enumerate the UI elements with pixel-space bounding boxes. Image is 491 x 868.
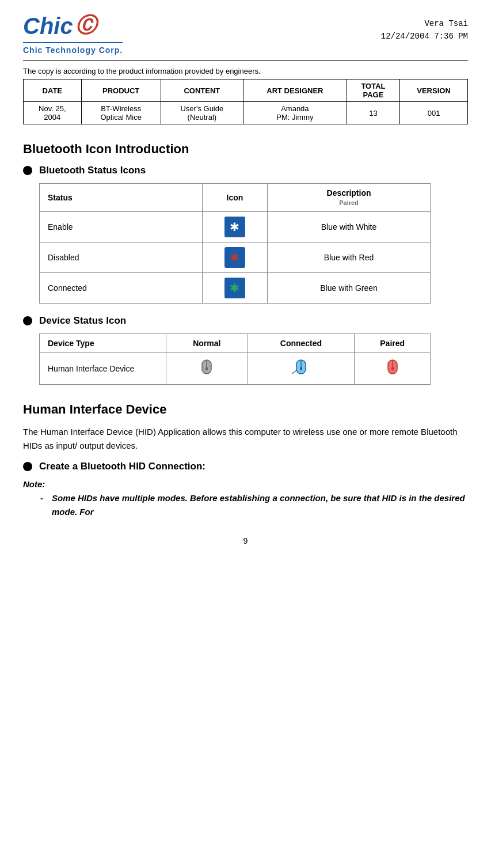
doc-table: DATE PRODUCT CONTENT ART DESIGNER TOTALP… (23, 79, 468, 124)
bt-row-disabled: Disabled ✱ Blue with Red (40, 242, 431, 273)
bt-row-connected: Connected ✱ Blue with Green (40, 273, 431, 304)
cell-total-page: 13 (347, 102, 399, 124)
dev-col-paired: Paired (355, 334, 431, 353)
bt-status-table: Status Icon DescriptionPaired Enable ✱ B… (39, 183, 431, 304)
bt-icon-red: ✱ (224, 247, 245, 268)
section1-title: Bluetooth Icon Introduction (23, 142, 468, 157)
bt-status-connected: Connected (40, 273, 203, 304)
bt-desc-enable: Blue with White (268, 212, 431, 242)
note-list: Some HIDs have multiple modes. Before es… (23, 491, 468, 519)
device-status-label: Device Status Icon (39, 315, 126, 327)
col-total-page: TOTALPAGE (347, 79, 399, 102)
logo-chic-text: Chic (23, 14, 73, 37)
cell-product: BT-WirelessOptical Mice (81, 102, 161, 124)
dev-icon-connected (248, 353, 355, 385)
section2-title: Human Interface Device (23, 402, 468, 417)
section2-body: The Human Interface Device (HID) Applica… (23, 425, 468, 453)
create-connection-label: Create a Bluetooth HID Connection: (39, 461, 205, 472)
svg-line-6 (292, 370, 296, 374)
bullet-dot-1 (23, 166, 32, 175)
note-item-1: Some HIDs have multiple modes. Before es… (40, 491, 468, 519)
header: Chic Ⓒ Chic Technology Corp. Vera Tsai 1… (23, 12, 468, 55)
svg-point-5 (300, 367, 302, 370)
bt-col-desc: DescriptionPaired (268, 184, 431, 212)
logo-subtitle: Chic Technology Corp. (23, 46, 123, 55)
mouse-connected-svg (292, 358, 310, 376)
svg-point-9 (391, 367, 394, 370)
dev-type-hid: Human Interface Device (40, 353, 166, 385)
svg-point-2 (205, 367, 208, 370)
cell-date: Nov. 25,2004 (24, 102, 82, 124)
bt-icon-green: ✱ (224, 278, 245, 298)
bt-desc-disabled: Blue with Red (268, 242, 431, 273)
hid-paired-icon (383, 365, 402, 379)
bt-col-status: Status (40, 184, 203, 212)
col-version: VERSION (400, 79, 468, 102)
dev-icon-normal (166, 353, 248, 385)
bt-icon-enable: ✱ (202, 212, 267, 242)
bt-row-enable: Enable ✱ Blue with White (40, 212, 431, 242)
hid-connected-icon (292, 365, 310, 379)
col-date: DATE (24, 79, 82, 102)
device-status-table: Device Type Normal Connected Paired Huma… (39, 333, 431, 385)
create-connection-section: Create a Bluetooth HID Connection: Note:… (23, 461, 468, 519)
logo-chic-c-icon: Ⓒ (75, 12, 96, 40)
create-connection-bullet: Create a Bluetooth HID Connection: (23, 461, 468, 472)
cell-version: 001 (400, 102, 468, 124)
dev-row-hid: Human Interface Device (40, 353, 431, 385)
bt-status-bullet: Bluetooth Status Icons (23, 165, 468, 176)
mouse-normal-svg (197, 358, 216, 376)
bt-icon-white: ✱ (224, 217, 245, 237)
col-content: CONTENT (161, 79, 243, 102)
bt-icon-connected: ✱ (202, 273, 267, 304)
header-author: Vera Tsai (381, 17, 468, 30)
mouse-paired-svg (383, 358, 402, 376)
col-product: PRODUCT (81, 79, 161, 102)
dev-icon-paired (355, 353, 431, 385)
dev-col-connected: Connected (248, 334, 355, 353)
copy-notice: The copy is according to the product inf… (23, 67, 468, 75)
bt-status-label: Bluetooth Status Icons (39, 165, 146, 176)
bt-status-disabled: Disabled (40, 242, 203, 273)
logo-area: Chic Ⓒ Chic Technology Corp. (23, 12, 123, 55)
dev-col-type: Device Type (40, 334, 166, 353)
header-divider (23, 60, 468, 61)
bt-col-icon: Icon (202, 184, 267, 212)
cell-art-designer: AmandaPM: Jimmy (243, 102, 347, 124)
col-art-designer: ART DESIGNER (243, 79, 347, 102)
cell-content: User's Guide(Neutral) (161, 102, 243, 124)
page-number: 9 (23, 536, 468, 545)
header-date: 12/24/2004 7:36 PM (381, 30, 468, 43)
bullet-dot-3 (23, 462, 32, 471)
hid-normal-icon (197, 365, 216, 379)
logo-divider (23, 42, 123, 43)
dev-col-normal: Normal (166, 334, 248, 353)
header-right: Vera Tsai 12/24/2004 7:36 PM (381, 17, 468, 43)
bt-desc-connected: Blue with Green (268, 273, 431, 304)
bt-status-enable: Enable (40, 212, 203, 242)
bullet-dot-2 (23, 316, 32, 325)
note-label: Note: (23, 479, 468, 489)
device-status-bullet: Device Status Icon (23, 315, 468, 327)
logo-wrapper: Chic Ⓒ (23, 12, 96, 40)
bt-icon-disabled: ✱ (202, 242, 267, 273)
